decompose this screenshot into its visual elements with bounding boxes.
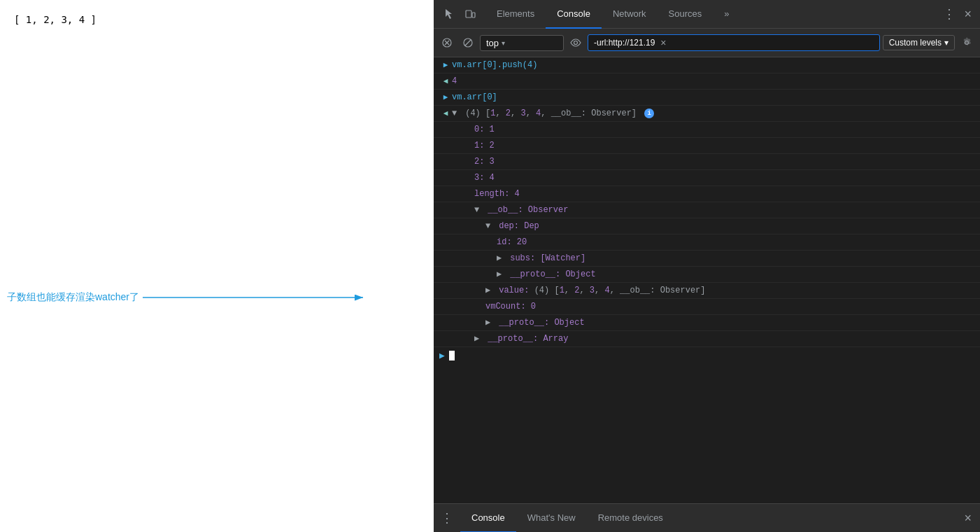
custom-levels-button[interactable]: Custom levels ▾ [883,35,955,50]
console-subs: ▶ subs: [Watcher] [434,251,980,267]
arr-command: vm.arr[0] [452,91,974,104]
console-line-arr-input: ▶ vm.arr[0] [434,90,980,106]
expand-array-icon[interactable]: ▼ [452,107,460,120]
console-arr-item-0: 0: 1 [434,122,980,138]
tab-console[interactable]: Console [546,0,602,29]
chevron-down-icon: ▾ [502,39,505,47]
console-arr-item-3: 3: 4 [434,170,980,186]
live-expression-button[interactable] [567,34,585,52]
block-icon[interactable] [459,34,477,52]
console-input-line[interactable]: ▶ [434,347,980,364]
bottom-tab-whats-new[interactable]: What's New [516,504,587,533]
console-vmcount: vmCount: 0 [434,299,980,315]
expand-arr-proto-icon[interactable]: ▶ [474,332,483,345]
custom-levels-chevron-icon: ▾ [944,38,949,48]
push-command: vm.arr[0].push(4) [452,59,974,71]
svg-line-8 [465,40,471,46]
expand-dep-proto-icon[interactable]: ▶ [497,268,505,281]
inspect-icon-button[interactable] [439,4,459,24]
expand-subs-icon[interactable]: ▶ [497,252,505,265]
svg-rect-2 [466,10,471,18]
toolbar-right: ⋮ × [940,4,980,24]
close-devtools-icon[interactable]: × [961,4,974,24]
annotation-text: 子数组也能缓存渲染watcher了 [7,291,139,304]
console-output: ▶ vm.arr[0].push(4) ◀ 4 ▶ vm.arr[0] ◀ ▼ … [434,57,980,503]
annotation-arrow-svg [139,290,370,304]
context-selector[interactable]: top ▾ [480,35,564,51]
console-dep-id: id: 20 [434,234,980,251]
expand-value-icon[interactable]: ▶ [485,284,494,297]
info-badge[interactable]: i [644,108,654,118]
expand-ob-proto-icon[interactable]: ▶ [485,316,494,329]
tab-sources[interactable]: Sources [658,0,713,29]
bottom-tab-bar: ⋮ Console What's New Remote devices × [434,503,980,532]
line-return-prefix2: ◀ [439,107,452,120]
more-options-icon[interactable]: ⋮ [940,4,958,24]
devtools-toolbar: Elements Console Network Sources » ⋮ × [434,0,980,29]
input-caret: ▶ [439,350,445,361]
console-value: ▶ value: (4) [1, 2, 3, 4, __ob__: Observ… [434,283,980,299]
expand-dep-icon[interactable]: ▼ [485,220,494,232]
push-result: 4 [452,75,974,88]
console-arr-item-1: 1: 2 [434,138,980,154]
tab-network[interactable]: Network [602,0,658,29]
console-dep-proto: ▶ __proto__: Object [434,267,980,283]
svg-rect-3 [472,13,475,18]
console-arr-proto: ▶ __proto__: Array [434,331,980,347]
arr-output-header: ▼ (4) [1, 2, 3, 4, __ob__: Observer] i [452,107,974,120]
expand-ob-icon[interactable]: ▼ [474,204,483,216]
browser-page: [ 1, 2, 3, 4 ] 子数组也能缓存渲染watcher了 [0,0,434,532]
device-toolbar-button[interactable] [460,4,480,24]
bottom-more-icon[interactable]: ⋮ [434,510,460,526]
bottom-close-button[interactable]: × [956,511,980,526]
console-arr-item-2: 2: 3 [434,154,980,170]
console-ob-header: ▼ __ob__: Observer [434,202,980,218]
settings-button[interactable] [958,34,976,52]
console-line-arr-output-header: ◀ ▼ (4) [1, 2, 3, 4, __ob__: Observer] i [434,106,980,122]
line-arrow-prefix: ▶ [439,59,452,71]
bottom-tab-console[interactable]: Console [460,504,516,533]
filter-input[interactable]: -url:http://121.19 × [588,34,880,51]
line-return-prefix: ◀ [439,75,452,88]
filter-text: -url:http://121.19 [594,38,655,48]
bottom-tab-remote-devices[interactable]: Remote devices [587,504,674,533]
console-line-push-output: ◀ 4 [434,74,980,90]
console-dep-header: ▼ dep: Dep [434,218,980,234]
clear-console-button[interactable] [438,34,456,52]
page-array-output: [ 1, 2, 3, 4 ] [14,14,97,25]
secondary-toolbar: top ▾ -url:http://121.19 × Custom levels… [434,29,980,57]
filter-clear-button[interactable]: × [658,37,669,48]
toolbar-icons [434,4,485,24]
devtools-panel: Elements Console Network Sources » ⋮ × [434,0,980,532]
annotation-group: 子数组也能缓存渲染watcher了 [7,290,370,304]
tab-bar: Elements Console Network Sources » [485,0,940,29]
line-arrow-prefix2: ▶ [439,91,452,104]
tab-more[interactable]: » [713,0,740,29]
input-cursor [449,351,455,360]
svg-point-9 [574,41,578,45]
console-arr-length: length: 4 [434,186,980,202]
console-line-push-input: ▶ vm.arr[0].push(4) [434,57,980,74]
tab-elements[interactable]: Elements [485,0,546,29]
console-ob-proto: ▶ __proto__: Object [434,315,980,331]
